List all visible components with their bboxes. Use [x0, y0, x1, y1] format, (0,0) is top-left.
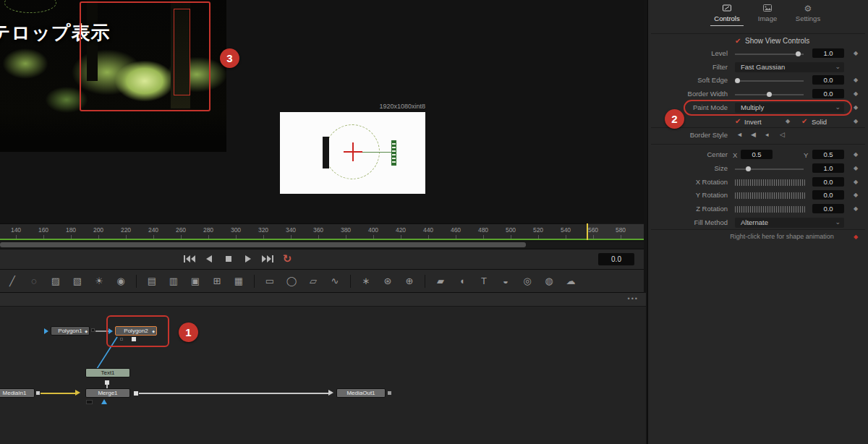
go-to-end-button[interactable]: [260, 253, 275, 265]
resize-tool-icon[interactable]: ⊞: [208, 272, 226, 291]
keyframe-diamond-icon[interactable]: ◆: [854, 234, 858, 240]
x-rotation-thumbwheel[interactable]: [735, 179, 805, 186]
keyframe-diamond-icon[interactable]: ◆: [854, 118, 858, 124]
soft-edge-slider[interactable]: [735, 80, 804, 82]
imageplane3d-tool-icon[interactable]: ▰: [431, 272, 450, 291]
stop-button[interactable]: [221, 253, 236, 265]
filter-dropdown[interactable]: Fast Gaussian ⌄: [735, 62, 844, 72]
node-editor-options-button[interactable]: •••: [628, 295, 639, 302]
ellipse-mask-icon[interactable]: ◯: [282, 272, 301, 291]
node-editor-canvas[interactable]: Polygon1 ◆ Polygon2 ◆ Text1 MediaIn1 Mer…: [0, 307, 646, 444]
y-rotation-value-field[interactable]: 0.0: [812, 190, 844, 200]
keyframe-diamond-icon[interactable]: ◆: [854, 50, 858, 56]
brightness-tool-icon[interactable]: ☀: [90, 272, 109, 291]
center-y-field[interactable]: 0.5: [812, 150, 844, 159]
keyframe-diamond-icon[interactable]: ◆: [854, 151, 858, 158]
right-viewer-image[interactable]: [280, 112, 425, 194]
bspline-mask-icon[interactable]: ∿: [326, 272, 344, 291]
mediaout1-output-socket[interactable]: [388, 391, 391, 395]
center-x-field[interactable]: 0.5: [741, 150, 773, 159]
merge3d-tool-icon[interactable]: ◎: [518, 272, 537, 291]
text3d-tool-icon[interactable]: T: [475, 272, 493, 291]
blur-tool-icon[interactable]: ◉: [111, 272, 130, 291]
keyframe-diamond-icon: ◆: [85, 328, 88, 336]
show-view-controls-checkbox[interactable]: ✔: [735, 37, 741, 45]
merge1-fg-input-arrow-icon[interactable]: [101, 399, 107, 404]
level-value-field[interactable]: 1.0: [812, 48, 844, 58]
invert-checkbox[interactable]: ✔: [735, 117, 741, 125]
crop-tool-icon[interactable]: ▦: [229, 272, 248, 291]
z-rotation-thumbwheel[interactable]: [735, 206, 805, 213]
size-value-field[interactable]: 1.0: [812, 163, 844, 173]
border-width-value-field[interactable]: 0.0: [812, 89, 844, 98]
keyframe-diamond-icon[interactable]: ◆: [854, 205, 858, 212]
keyframe-diamond-icon[interactable]: ◆: [854, 192, 858, 198]
keyframe-diamond-icon[interactable]: ◆: [854, 104, 858, 111]
loader-tool-icon[interactable]: ▤: [142, 272, 161, 291]
mediaout1-input-arrow-icon[interactable]: [328, 390, 333, 396]
prender-tool-icon[interactable]: ⊕: [400, 272, 419, 291]
center-crosshair-icon[interactable]: [344, 151, 362, 153]
fastnoise-tool-icon[interactable]: ◌: [25, 272, 43, 291]
polygon-mask-icon[interactable]: ▱: [304, 272, 323, 291]
polygon1-input-arrow-icon[interactable]: [44, 328, 48, 334]
keyframe-diamond-icon[interactable]: ◆: [854, 179, 858, 185]
viewer-area: テロップ表示 1920x1080xint8: [0, 0, 644, 223]
border-style-option-4-icon[interactable]: ◁: [780, 131, 785, 138]
level-slider[interactable]: [735, 54, 804, 55]
merge-tool-icon[interactable]: ▣: [186, 272, 205, 291]
mediain1-output-socket[interactable]: [36, 391, 40, 395]
solid-checkbox[interactable]: ✔: [801, 117, 807, 125]
tab-controls[interactable]: Controls: [710, 4, 744, 26]
solid-label: Solid: [812, 118, 827, 126]
saver-tool-icon[interactable]: ▥: [164, 272, 183, 291]
rectangle-mask-icon[interactable]: ▭: [260, 272, 279, 291]
node-merge1[interactable]: Merge1: [85, 388, 130, 398]
border-style-option-3-icon[interactable]: ◂: [765, 131, 769, 138]
z-rotation-value-field[interactable]: 0.0: [812, 204, 844, 213]
camera3d-tool-icon[interactable]: ◍: [540, 272, 558, 291]
playhead[interactable]: [587, 223, 588, 240]
go-to-start-button[interactable]: [182, 253, 197, 265]
merge1-bg-input-arrow-icon[interactable]: [75, 390, 80, 396]
y-rotation-thumbwheel[interactable]: [735, 192, 805, 199]
keyframe-diamond-icon[interactable]: ◆: [854, 77, 858, 83]
node-polygon1[interactable]: Polygon1 ◆: [51, 326, 90, 336]
polygon1-output-socket[interactable]: [91, 328, 95, 332]
soft-edge-value-field[interactable]: 0.0: [812, 75, 844, 85]
spotlight3d-tool-icon[interactable]: ◒: [496, 272, 515, 291]
node-mediaout1[interactable]: MediaOut1: [336, 388, 386, 398]
play-reverse-button[interactable]: [202, 253, 216, 265]
gradient-tool-icon[interactable]: ▧: [68, 272, 87, 291]
shape3d-tool-icon[interactable]: ◖: [453, 272, 472, 291]
timeline-ruler[interactable]: 1401601802002202402602803003203403603804…: [0, 223, 644, 239]
current-frame-field[interactable]: 0.0: [598, 253, 634, 265]
play-forward-button[interactable]: [241, 253, 255, 265]
border-width-slider[interactable]: [735, 94, 804, 95]
tab-image[interactable]: Image: [751, 4, 784, 26]
pemitter-tool-icon[interactable]: ∗: [357, 272, 375, 291]
keyframe-diamond-icon[interactable]: ◆: [854, 90, 858, 97]
ruler-tick-label: 480: [473, 226, 493, 234]
border-style-option-2-icon[interactable]: ◀: [751, 131, 756, 138]
keyframe-diamond-icon[interactable]: ◆: [854, 165, 858, 171]
loop-button[interactable]: ↻: [280, 253, 294, 265]
keyframe-diamond-icon[interactable]: ◆: [786, 118, 790, 124]
border-style-option-1-icon[interactable]: ◄: [736, 131, 743, 138]
x-rotation-value-field[interactable]: 0.0: [812, 177, 844, 187]
background-tool-icon[interactable]: ▨: [46, 272, 65, 291]
renderer3d-tool-icon[interactable]: ☁: [561, 272, 580, 291]
merge1-output-socket[interactable]: [134, 391, 138, 396]
loop-icon: ↻: [283, 253, 292, 265]
pmerge-tool-icon[interactable]: ⊛: [378, 272, 397, 291]
select-tool-icon[interactable]: ╱: [3, 272, 22, 291]
timeline-scrollbar-thumb[interactable]: [0, 242, 526, 247]
node-text1[interactable]: Text1: [85, 368, 130, 377]
tab-settings[interactable]: ⚙ Settings: [791, 4, 825, 26]
size-slider[interactable]: [735, 168, 804, 170]
node-mediain1[interactable]: MediaIn1: [0, 388, 35, 398]
merge1-mode-chip[interactable]: [86, 400, 93, 404]
row-z-rotation: Z Rotation 0.0 ◆: [648, 203, 868, 215]
fill-method-dropdown[interactable]: Alternate ⌄: [735, 218, 844, 228]
left-viewer-image[interactable]: テロップ表示: [0, 0, 226, 152]
